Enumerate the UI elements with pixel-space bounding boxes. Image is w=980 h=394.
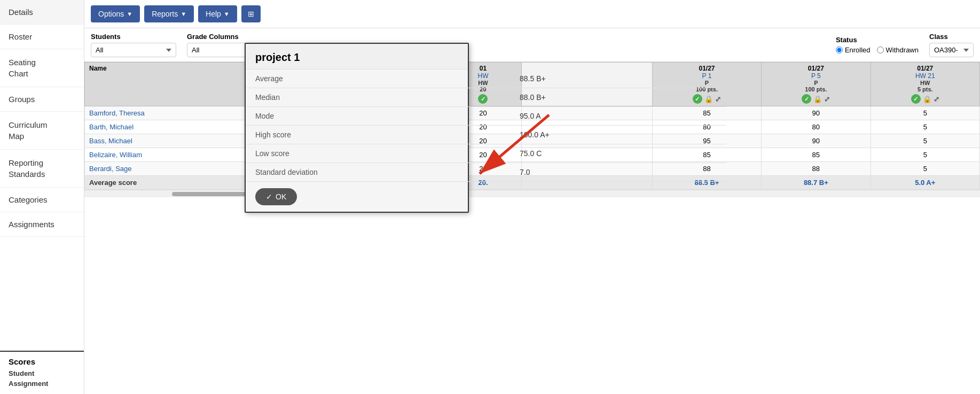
- reports-button[interactable]: Reports ▼: [144, 5, 194, 22]
- stat-value: 7.0: [510, 163, 726, 182]
- toolbar: Options ▼ Reports ▼ Help ▼ ⊞: [84, 0, 980, 28]
- reports-dropdown-arrow: ▼: [181, 11, 186, 17]
- stat-label: High score: [246, 126, 510, 144]
- modal-stat-row: Median88.0 B+: [246, 88, 726, 107]
- avg-hw21: 5.0 A+: [871, 176, 979, 190]
- status-label: Status: [836, 36, 919, 44]
- avg-p5: 88.7 B+: [762, 176, 871, 190]
- options-button[interactable]: Options ▼: [91, 5, 140, 22]
- modal-footer: ✓ OK: [246, 182, 468, 212]
- col-header-hw21: 01/27 HW 21 HW 5 pts. ✓ 🔒 ⤢: [871, 63, 979, 106]
- stat-value: 100.0 A+: [510, 126, 726, 144]
- sidebar-item-curriculum-map[interactable]: CurriculumMap: [0, 112, 84, 150]
- cell-p5: 90: [762, 106, 871, 120]
- cell-hw21: 5: [871, 120, 979, 134]
- col-pts-p5: 100 pts.: [765, 86, 867, 92]
- sidebar-item-categories[interactable]: Categories: [0, 188, 84, 212]
- stat-label: Average: [246, 69, 510, 88]
- modal-stat-row: Mode95.0 A: [246, 107, 726, 126]
- col-date-hw21: 01/27: [874, 65, 976, 72]
- sidebar: Details Roster SeatingChart Groups Curri…: [0, 0, 84, 394]
- cell-hw21: 5: [871, 106, 979, 120]
- stat-value: 88.5 B+: [510, 69, 726, 88]
- sidebar-item-reporting-standards[interactable]: ReportingStandards: [0, 150, 84, 188]
- grid-view-button[interactable]: ⊞: [241, 5, 261, 22]
- cell-p5: 85: [762, 148, 871, 162]
- scroll-indicator: [84, 190, 980, 197]
- class-filter-group: Class OA390-: [929, 33, 974, 57]
- main-content: Options ▼ Reports ▼ Help ▼ ⊞ Students Al…: [84, 0, 980, 394]
- stat-label: Low score: [246, 144, 510, 163]
- sidebar-item-roster[interactable]: Roster: [0, 25, 84, 49]
- expand-icon-p5[interactable]: ⤢: [824, 95, 830, 103]
- sidebar-item-student[interactable]: Student: [9, 368, 75, 378]
- modal-title: project 1: [246, 44, 468, 69]
- sidebar-item-groups[interactable]: Groups: [0, 87, 84, 112]
- class-select[interactable]: OA390-: [929, 43, 974, 57]
- students-filter-group: Students All: [91, 33, 176, 57]
- help-dropdown-arrow: ▼: [224, 11, 230, 17]
- stat-label: Standard deviation: [246, 163, 510, 182]
- stat-value: 95.0 A: [510, 107, 726, 126]
- cell-hw21: 5: [871, 162, 979, 176]
- ok-check-icon: ✓: [266, 192, 272, 201]
- enrolled-radio-input[interactable]: [836, 47, 843, 53]
- stat-label: Mode: [246, 107, 510, 126]
- cell-hw21: 5: [871, 134, 979, 148]
- students-select[interactable]: All: [91, 43, 176, 57]
- col-type-hw21: HW: [874, 80, 976, 86]
- col-icons-hw21: ✓ 🔒 ⤢: [874, 94, 976, 104]
- col-date-p5: 01/27: [765, 65, 867, 72]
- lock-icon-hw21: 🔒: [923, 95, 931, 103]
- scores-section: Scores Student Assignment: [0, 351, 84, 394]
- expand-icon-hw21[interactable]: ⤢: [934, 95, 939, 103]
- stat-value: 75.0 C: [510, 144, 726, 163]
- help-button[interactable]: Help ▼: [198, 5, 237, 22]
- withdrawn-radio[interactable]: Withdrawn: [877, 46, 919, 54]
- cell-p5: 88: [762, 162, 871, 176]
- lock-icon-p5: 🔒: [813, 95, 822, 103]
- stat-value: 88.0 B+: [510, 88, 726, 107]
- cell-hw21: 5: [871, 148, 979, 162]
- sidebar-item-details[interactable]: Details: [0, 0, 84, 25]
- col-header-p5: 01/27 P 5 P 100 pts. ✓ 🔒 ⤢: [762, 63, 871, 106]
- check-icon-hw21: ✓: [911, 94, 921, 104]
- grid-icon: ⊞: [248, 10, 254, 18]
- enrolled-radio[interactable]: Enrolled: [836, 46, 871, 54]
- modal-stat-row: Standard deviation7.0: [246, 163, 726, 182]
- col-link-p5[interactable]: P 5: [811, 72, 821, 80]
- cell-p5: 80: [762, 120, 871, 134]
- col-icons-p5: ✓ 🔒 ⤢: [765, 94, 867, 104]
- check-icon-p5: ✓: [802, 94, 811, 104]
- sidebar-item-seating-chart[interactable]: SeatingChart: [0, 49, 84, 87]
- col-type-p5: P: [765, 80, 867, 86]
- col-pts-hw21: 5 pts.: [874, 86, 976, 92]
- withdrawn-radio-input[interactable]: [877, 47, 884, 53]
- ok-button[interactable]: ✓ OK: [255, 188, 297, 205]
- status-options: Enrolled Withdrawn: [836, 46, 919, 54]
- modal-stat-row: Average88.5 B+: [246, 69, 726, 88]
- grade-columns-filter-label: Grade Columns: [187, 33, 272, 41]
- modal-stat-row: High score100.0 A+: [246, 126, 726, 144]
- sidebar-item-assignment[interactable]: Assignment: [9, 378, 75, 389]
- options-dropdown-arrow: ▼: [127, 11, 132, 17]
- cell-p5: 90: [762, 134, 871, 148]
- students-filter-label: Students: [91, 33, 176, 41]
- filter-row: Students All Grade Columns All Status En…: [84, 28, 980, 62]
- modal-stats-table: Average88.5 B+Median88.0 B+Mode95.0 AHig…: [246, 69, 726, 182]
- stat-label: Median: [246, 88, 510, 107]
- stats-modal: project 1 Average88.5 B+Median88.0 B+Mod…: [245, 43, 469, 213]
- status-group: Status Enrolled Withdrawn: [836, 36, 919, 54]
- scores-title: Scores: [9, 357, 75, 366]
- modal-stat-row: Low score75.0 C: [246, 144, 726, 163]
- class-label: Class: [929, 33, 974, 41]
- col-link-hw21[interactable]: HW 21: [915, 72, 935, 80]
- sidebar-item-assignments[interactable]: Assignments: [0, 212, 84, 237]
